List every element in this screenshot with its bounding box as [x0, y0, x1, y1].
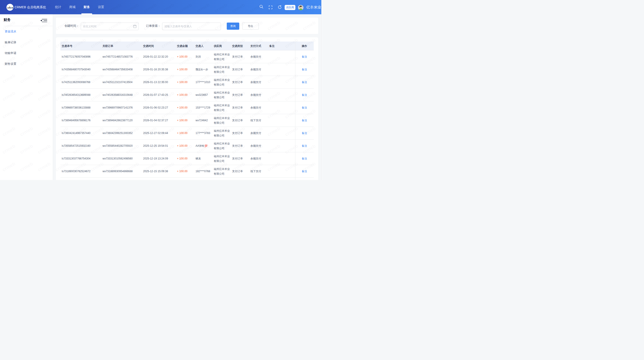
svg-text:crmeb: crmeb: [8, 6, 13, 9]
